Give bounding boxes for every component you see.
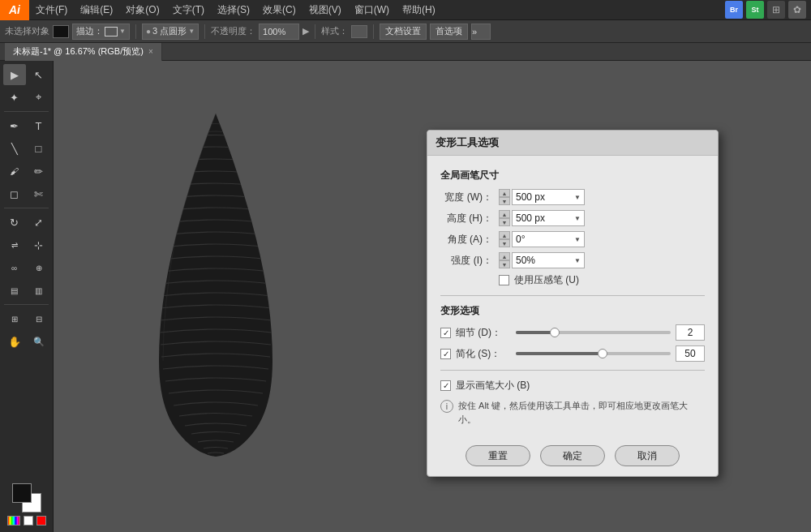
width-spin-group: ▲ ▼ bbox=[499, 189, 510, 205]
height-spin-down[interactable]: ▼ bbox=[499, 218, 510, 226]
height-spin-group: ▲ ▼ bbox=[499, 210, 510, 226]
app-logo: Ai bbox=[0, 0, 29, 20]
search-extension-icon[interactable]: ✿ bbox=[788, 1, 806, 19]
artwork-svg bbox=[110, 109, 321, 458]
simplify-value[interactable]: 50 bbox=[676, 345, 705, 362]
menu-object[interactable]: 对象(O) bbox=[119, 0, 165, 19]
direct-select-tool[interactable]: ↖ bbox=[28, 64, 50, 85]
menu-view[interactable]: 视图(V) bbox=[303, 0, 348, 19]
menu-select[interactable]: 选择(S) bbox=[211, 0, 256, 19]
ok-button[interactable]: 确定 bbox=[540, 445, 605, 466]
color-mode-icon[interactable] bbox=[7, 516, 20, 526]
toolbar-more-btn[interactable]: » bbox=[471, 24, 491, 40]
detail-slider-track[interactable] bbox=[516, 331, 671, 334]
width-spin-down[interactable]: ▼ bbox=[499, 197, 510, 205]
scale-tool[interactable]: ⤢ bbox=[28, 212, 50, 233]
hand-tool[interactable]: ✋ bbox=[3, 331, 26, 352]
menu-edit[interactable]: 编辑(E) bbox=[74, 0, 119, 19]
bridge-icon[interactable]: Br bbox=[725, 1, 743, 19]
selection-tool[interactable]: ▶ bbox=[3, 64, 26, 85]
menu-file[interactable]: 文件(F) bbox=[29, 0, 74, 19]
simplify-checkbox[interactable] bbox=[440, 349, 451, 359]
stroke-dropdown[interactable]: 描边： ▼ bbox=[72, 24, 130, 40]
symbol-tool[interactable]: ⊕ bbox=[28, 257, 50, 278]
artboard-tool[interactable]: ⊞ bbox=[3, 308, 26, 329]
color-red-icon[interactable] bbox=[36, 516, 46, 526]
width-arrow: ▼ bbox=[574, 194, 581, 201]
paintbrush-tool[interactable]: 🖌 bbox=[3, 161, 26, 182]
doc-settings-btn[interactable]: 文档设置 bbox=[380, 24, 427, 40]
angle-input-wrap: ▲ ▼ 0° ▼ bbox=[499, 231, 585, 247]
type-tool[interactable]: T bbox=[28, 115, 50, 136]
menu-text[interactable]: 文字(T) bbox=[166, 0, 211, 19]
angle-spin-up[interactable]: ▲ bbox=[499, 231, 510, 239]
menu-effect[interactable]: 效果(C) bbox=[256, 0, 303, 19]
line-tool[interactable]: ╲ bbox=[3, 138, 26, 159]
none-fill-icon[interactable] bbox=[24, 516, 33, 526]
intensity-spin-down[interactable]: ▼ bbox=[499, 260, 510, 268]
tool-row-8: ⇌ ⊹ bbox=[2, 234, 51, 255]
intensity-spin-up[interactable]: ▲ bbox=[499, 252, 510, 260]
color-swatches[interactable] bbox=[12, 483, 41, 513]
width-spin-up[interactable]: ▲ bbox=[499, 189, 510, 197]
fill-swatch[interactable] bbox=[53, 25, 69, 38]
stock-icon[interactable]: St bbox=[746, 1, 764, 19]
width-value[interactable]: 500 px ▼ bbox=[512, 189, 585, 205]
style-swatch[interactable] bbox=[351, 25, 367, 38]
opacity-input[interactable] bbox=[259, 24, 299, 40]
column-graph-tool[interactable]: ▤ bbox=[3, 280, 26, 301]
angle-spin-down[interactable]: ▼ bbox=[499, 239, 510, 247]
width-input-wrap: ▲ ▼ 500 px ▼ bbox=[499, 189, 585, 205]
angle-value[interactable]: 0° ▼ bbox=[512, 231, 585, 247]
workspace-icon[interactable]: ⊞ bbox=[767, 1, 785, 19]
menu-window[interactable]: 窗口(W) bbox=[348, 0, 396, 19]
sep1 bbox=[135, 24, 136, 39]
tab-close-icon[interactable]: × bbox=[148, 47, 153, 56]
rotate-tool[interactable]: ↻ bbox=[3, 212, 26, 233]
slice-tool[interactable]: ⊟ bbox=[28, 308, 50, 329]
toolbar: 未选择对象 描边： ▼ ● 3 点圆形 ▼ 不透明度： ▶ 样式： 文档设置 首… bbox=[0, 20, 811, 43]
reset-button[interactable]: 重置 bbox=[466, 445, 530, 466]
free-distort-tool[interactable]: ⊹ bbox=[28, 234, 50, 255]
angle-row: 角度 (A)： ▲ ▼ 0° ▼ bbox=[440, 231, 705, 247]
menu-bar: Ai 文件(F) 编辑(E) 对象(O) 文字(T) 选择(S) 效果(C) 视… bbox=[0, 0, 811, 20]
height-value[interactable]: 500 px ▼ bbox=[512, 210, 585, 226]
tool-row-11: ⊞ ⊟ bbox=[2, 308, 51, 329]
sep2 bbox=[204, 24, 205, 39]
cancel-button[interactable]: 取消 bbox=[615, 445, 680, 466]
scissors-tool[interactable]: ✄ bbox=[28, 183, 50, 204]
tool-row-5: 🖌 ✏ bbox=[2, 161, 51, 182]
simplify-slider-thumb[interactable] bbox=[598, 349, 607, 358]
tool-row-10: ▤ ▥ bbox=[2, 280, 51, 301]
preferences-btn[interactable]: 首选项 bbox=[430, 24, 468, 40]
opacity-arrow[interactable]: ▶ bbox=[303, 26, 309, 36]
intensity-value[interactable]: 50% ▼ bbox=[512, 252, 585, 268]
blend-tool[interactable]: ∞ bbox=[3, 257, 26, 278]
menu-help[interactable]: 帮助(H) bbox=[396, 0, 442, 19]
detail-checkbox[interactable] bbox=[440, 328, 451, 338]
opacity-label: 不透明度： bbox=[211, 25, 255, 37]
rect-tool[interactable]: □ bbox=[28, 138, 50, 159]
simplify-label: 简化 (S)： bbox=[456, 347, 511, 361]
dialog-body: 全局画笔尺寸 宽度 (W)： ▲ ▼ 500 px ▼ bbox=[427, 156, 718, 439]
bar-chart-tool[interactable]: ▥ bbox=[28, 280, 50, 301]
fg-color-swatch[interactable] bbox=[12, 483, 32, 503]
pen-tool[interactable]: ✒ bbox=[3, 115, 26, 136]
height-spin-up[interactable]: ▲ bbox=[499, 210, 510, 218]
info-icon: i bbox=[440, 400, 453, 413]
pressure-checkbox[interactable] bbox=[499, 275, 509, 285]
show-brush-row: 显示画笔大小 (B) bbox=[440, 379, 705, 393]
detail-value[interactable]: 2 bbox=[676, 324, 705, 341]
magic-wand-tool[interactable]: ✦ bbox=[3, 87, 26, 108]
zoom-tool[interactable]: 🔍 bbox=[28, 331, 50, 352]
stroke-arrow: ▼ bbox=[119, 28, 126, 35]
simplify-slider-track[interactable] bbox=[516, 352, 671, 355]
lasso-tool[interactable]: ⌖ bbox=[28, 87, 50, 108]
detail-slider-thumb[interactable] bbox=[550, 328, 560, 337]
pencil-tool[interactable]: ✏ bbox=[28, 161, 50, 182]
show-brush-checkbox[interactable] bbox=[440, 380, 451, 391]
document-tab[interactable]: 未标题-1* @ 16.67% (RGB/预览) × bbox=[5, 43, 162, 61]
warp-tool[interactable]: ⇌ bbox=[3, 234, 26, 255]
eraser-tool[interactable]: ◻ bbox=[3, 183, 26, 204]
point-dropdown[interactable]: ● 3 点圆形 ▼ bbox=[142, 24, 199, 40]
